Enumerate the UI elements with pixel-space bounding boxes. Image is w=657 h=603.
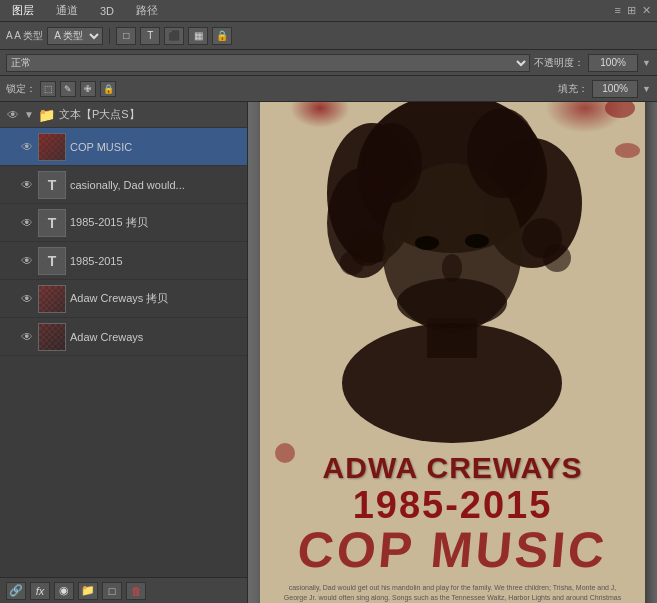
layer-name-5: Adaw Creways: [70, 331, 241, 343]
new-layer-btn[interactable]: □: [102, 582, 122, 600]
panel-menu-icon[interactable]: ≡: [615, 4, 621, 17]
btn-1[interactable]: □: [116, 27, 136, 45]
layer-eye-2[interactable]: 👁: [20, 216, 34, 230]
type-label: A A 类型: [6, 29, 43, 43]
layer-name-1: casionally, Dad would...: [70, 179, 241, 191]
sep-1: [109, 28, 110, 44]
layer-item[interactable]: 👁 Adaw Creways: [0, 318, 247, 356]
btn-3[interactable]: ⬛: [164, 27, 184, 45]
description-text: casionally, Dad would get out his mandol…: [270, 583, 635, 603]
tab-3d[interactable]: 3D: [94, 3, 120, 19]
top-bar: 图层 通道 3D 路径 ≡ ⊞ ✕: [0, 0, 657, 22]
fill-label: 填充：: [558, 82, 588, 96]
opacity-label: 不透明度：: [534, 56, 584, 70]
poster-text-area: ADWA CREWAYS 1985-2015 COP MUSIC casiona…: [260, 441, 645, 603]
artist-name: ADWA CREWAYS: [270, 451, 635, 484]
layer-name-2: 1985-2015 拷贝: [70, 215, 241, 230]
fx-btn[interactable]: fx: [30, 582, 50, 600]
lock-transparent-btn[interactable]: ⬚: [40, 81, 56, 97]
panel-bottom: 🔗 fx ◉ 📁 □ 🗑: [0, 577, 247, 603]
layer-item[interactable]: 👁 T 1985-2015 拷贝: [0, 204, 247, 242]
svg-point-10: [397, 278, 507, 328]
svg-point-11: [362, 123, 422, 203]
mask-btn[interactable]: ◉: [54, 582, 74, 600]
tab-layers[interactable]: 图层: [6, 1, 40, 20]
toolbar-row-2: 正常 不透明度： ▼: [0, 50, 657, 76]
lock-label: 锁定：: [6, 82, 36, 96]
opacity-arrow[interactable]: ▼: [642, 58, 651, 68]
layer-thumb-0: [38, 133, 66, 161]
lock-position-btn[interactable]: ✙: [80, 81, 96, 97]
btn-4[interactable]: ▦: [188, 27, 208, 45]
fill-arrow[interactable]: ▼: [642, 84, 651, 94]
layer-thumb-2: T: [38, 209, 66, 237]
group-name: 文本【P大点S】: [59, 107, 241, 122]
splatter-6: [615, 143, 640, 158]
folder-btn[interactable]: 📁: [78, 582, 98, 600]
layer-eye-0[interactable]: 👁: [20, 140, 34, 154]
close-panel-icon[interactable]: ✕: [642, 4, 651, 17]
layer-group[interactable]: 👁 ▼ 📁 文本【P大点S】: [0, 102, 247, 128]
opacity-input[interactable]: [588, 54, 638, 72]
toolbar-row-1: A A 类型 A 类型 □ T ⬛ ▦ 🔒: [0, 22, 657, 50]
expand-icon[interactable]: ⊞: [627, 4, 636, 17]
group-folder-icon: 📁: [38, 107, 55, 123]
blend-mode-select[interactable]: 正常: [6, 54, 530, 72]
layer-eye-1[interactable]: 👁: [20, 178, 34, 192]
tab-channels[interactable]: 通道: [50, 1, 84, 20]
link-layers-btn[interactable]: 🔗: [6, 582, 26, 600]
canvas-area: ADWA CREWAYS 1985-2015 COP MUSIC casiona…: [248, 102, 657, 603]
layer-eye-3[interactable]: 👁: [20, 254, 34, 268]
layer-eye-4[interactable]: 👁: [20, 292, 34, 306]
layer-thumb-5: [38, 323, 66, 351]
svg-point-7: [415, 236, 439, 250]
svg-point-16: [543, 244, 571, 272]
layer-thumb-4: [38, 285, 66, 313]
svg-point-8: [465, 234, 489, 248]
svg-point-6: [342, 323, 562, 443]
btn-2[interactable]: T: [140, 27, 160, 45]
layer-thumb-3: T: [38, 247, 66, 275]
layer-item[interactable]: 👁 COP MUSIC: [0, 128, 247, 166]
btn-5[interactable]: 🔒: [212, 27, 232, 45]
svg-point-12: [467, 108, 537, 198]
delete-layer-btn[interactable]: 🗑: [126, 582, 146, 600]
layer-name-4: Adaw Creways 拷贝: [70, 291, 241, 306]
lock-pixels-btn[interactable]: ✎: [60, 81, 76, 97]
layers-list: 👁 COP MUSIC 👁 T casionally, Dad would...…: [0, 128, 247, 577]
poster-canvas: ADWA CREWAYS 1985-2015 COP MUSIC casiona…: [260, 102, 645, 603]
type-icon: A: [6, 30, 12, 41]
main-content: 👁 ▼ 📁 文本【P大点S】 👁 COP MUSIC 👁 T: [0, 102, 657, 603]
layer-thumb-1: T: [38, 171, 66, 199]
toolbar-row-3: 锁定： ⬚ ✎ ✙ 🔒 填充： ▼: [0, 76, 657, 102]
layer-name-0: COP MUSIC: [70, 141, 241, 153]
layers-panel: 👁 ▼ 📁 文本【P大点S】 👁 COP MUSIC 👁 T: [0, 102, 248, 603]
layer-item[interactable]: 👁 Adaw Creways 拷贝: [0, 280, 247, 318]
layer-eye-5[interactable]: 👁: [20, 330, 34, 344]
svg-point-14: [340, 251, 364, 275]
portrait-svg: [292, 102, 612, 453]
cop-music-text: COP MUSIC: [267, 521, 637, 579]
fill-input[interactable]: [592, 80, 638, 98]
svg-point-9: [442, 254, 462, 282]
group-eye-icon[interactable]: 👁: [6, 108, 20, 122]
lock-all-btn[interactable]: 🔒: [100, 81, 116, 97]
layer-item[interactable]: 👁 T casionally, Dad would...: [0, 166, 247, 204]
type-select[interactable]: A 类型: [47, 27, 103, 45]
layer-item[interactable]: 👁 T 1985-2015: [0, 242, 247, 280]
tab-paths[interactable]: 路径: [130, 1, 164, 20]
layer-name-3: 1985-2015: [70, 255, 241, 267]
group-expand-arrow[interactable]: ▼: [24, 109, 34, 120]
